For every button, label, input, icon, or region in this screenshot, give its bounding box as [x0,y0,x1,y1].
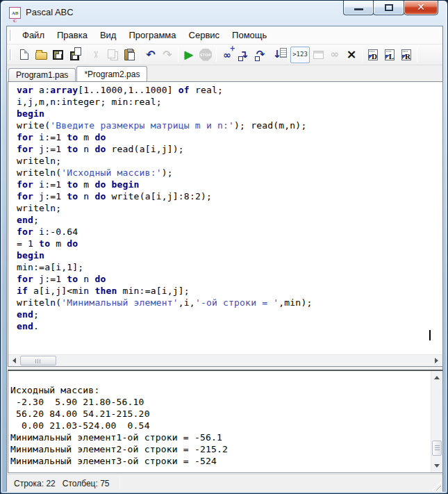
output-panel[interactable]: Исходный массив: -2.30 5.90 21.80-56.10 … [8,370,443,473]
toolbar-separator [362,48,363,62]
add-watch-button[interactable]: ∞+ [219,47,235,63]
stop-button[interactable]: STOP [197,47,214,63]
scroll-left-button[interactable] [8,355,19,366]
app-icon-letter-b: B [15,10,19,16]
output-line: -2.30 5.90 21.80-56.10 [10,396,430,408]
maximize-button[interactable] [373,1,404,15]
window-controls: ✕ [344,1,438,15]
output-line: 56.20 84.00 54.21-215.20 [10,408,430,420]
status-divider [119,477,120,490]
run-icon: ▶ [185,49,193,60]
arrow-up-icon [434,373,440,379]
menu-item-3[interactable]: Вид [94,27,123,43]
tab-2[interactable]: *Program2.pas [76,66,147,81]
text-caret [429,330,431,340]
show-output-button[interactable]: >123 [290,47,310,63]
code-line: end. [17,320,442,332]
code-area[interactable]: var a:array[1..1000,1..1000] of real;i,j… [8,82,442,354]
watch-window-button[interactable]: ∞ [326,47,343,63]
page-letter-icon: D [368,49,378,60]
code-line: write('Введите размекры матрицы m и n:')… [17,120,442,131]
vertical-scroll-thumb[interactable] [432,441,442,456]
plus-badge: + [229,45,235,52]
scroll-up-button[interactable] [431,372,442,383]
minimize-button[interactable] [343,1,374,15]
scroll-down-button[interactable] [431,461,442,472]
code-line: for i:-0.64 [17,226,442,238]
menu-item-2[interactable]: Правка [51,27,94,43]
toolbar-buttons: ✂↶↷▶STOP∞+↴↷↓>123∞×DLR [16,47,420,63]
code-line: var a:array[1..1000,1..1000] of real; [17,84,442,96]
code-line: writeln('Минимальный элемент',i,'-ой стр… [17,297,442,308]
code-line: if a[i,j]<min then min:=a[i,j]; [17,285,442,297]
step-over-button[interactable]: ↷ [252,47,269,63]
code-line: end; [17,308,442,320]
code-line: for j:=1 to n do write(a[i,j]:8:2); [17,190,442,202]
page-letter: D [372,53,377,60]
toolbar-separator [288,48,288,62]
menu-grip-handle[interactable] [10,30,12,41]
undo-button[interactable]: ↶ [142,47,159,63]
copy-button[interactable] [104,47,121,63]
output-line: Исходный массив: [10,384,430,396]
code-line: = 1 to m do [17,238,442,249]
maximize-icon [385,4,393,11]
toolbar-grip-handle[interactable] [10,49,12,60]
paste-icon [124,49,134,60]
output-line: Минимальный элемент3-ой строки = -524 [10,455,430,467]
menu-item-1[interactable]: Файл [16,27,51,43]
menu-item-6[interactable]: Помощь [226,27,273,43]
code-line: min:=a[i,1]; [17,261,442,273]
arrow-right-icon [435,358,441,363]
tab-1[interactable]: Program1.pas [8,68,76,81]
clear-output-button[interactable]: × [343,47,360,63]
code-line: for i:=1 to m do begin [17,179,442,190]
scroll-right-button[interactable] [431,355,442,366]
step-into-button[interactable]: ↴ [235,47,252,63]
open-file-button[interactable] [33,47,49,63]
resize-grip[interactable] [432,481,441,491]
editor-horizontal-scrollbar[interactable] [8,354,442,366]
page-letter-icon: L [385,49,395,60]
output-line: 0.00 21.03-524.00 0.54 [10,420,430,431]
toolbar-separator [85,48,85,62]
debug-window-l-button[interactable]: L [381,47,398,63]
run-to-cursor-icon: ↓ [273,49,282,60]
step-over-icon: ↷ [256,49,265,60]
toolbar: ✂↶↷▶STOP∞+↴↷↓>123∞×DLR [7,44,442,65]
copy-icon [108,49,115,58]
save-all-button[interactable] [66,47,83,63]
horizontal-scroll-thumb[interactable] [20,356,56,365]
debug-window-r-button[interactable]: R [398,47,415,63]
code-line: writeln('Исходный массив:'); [17,167,442,179]
paste-button[interactable] [121,47,138,63]
menu-item-5[interactable]: Сервис [183,27,226,43]
binoculars-icon: ∞ [331,49,340,60]
window-button[interactable] [310,47,326,63]
output-vertical-scrollbar[interactable] [431,371,442,472]
stop-icon: STOP [199,49,212,61]
step-into-icon: ↴ [240,49,249,60]
output-lines: Исходный массив: -2.30 5.90 21.80-56.10 … [10,372,430,472]
page-letter: R [405,53,410,60]
close-button[interactable]: ✕ [404,1,438,15]
new-file-button[interactable] [16,47,33,63]
arrow-left-icon [10,358,16,363]
run-button[interactable]: ▶ [181,47,197,63]
save-button[interactable] [49,47,66,63]
toolbar-separator [178,48,179,62]
menu-item-4[interactable]: Программа [122,27,182,43]
redo-button[interactable]: ↷ [159,47,176,63]
watch-add-icon: ∞+ [223,50,231,60]
run-to-cursor-button[interactable]: ↓ [269,47,285,63]
menu-bar-items: ФайлПравкаВидПрограммаСервисПомощь [16,27,273,43]
open-folder-icon [35,52,47,60]
minimize-icon [354,8,363,10]
cut-button[interactable]: ✂ [88,47,104,63]
output-line: Минимальный элемент1-ой строки = -56.1 [10,431,430,443]
client-area: ФайлПравкаВидПрограммаСервисПомощь ✂↶↷▶S… [6,26,443,491]
code-editor[interactable]: var a:array[1..1000,1..1000] of real;i,j… [8,81,443,367]
title-bar[interactable]: AB C Pascal ABC ✕ [1,1,447,24]
output-line [10,372,430,384]
debug-window-d-button[interactable]: D [365,47,381,63]
